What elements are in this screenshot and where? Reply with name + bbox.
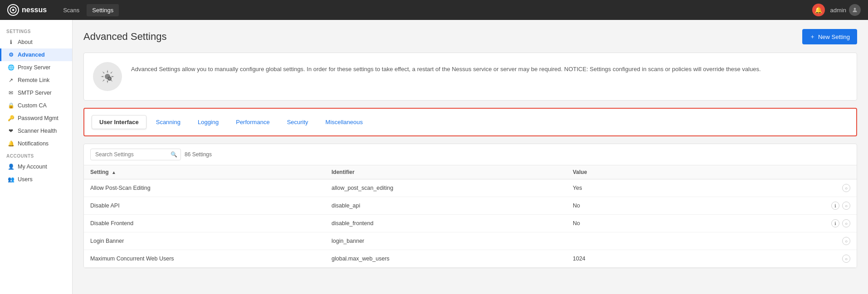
edit-icon[interactable]: ○ xyxy=(842,237,850,245)
row-actions: ℹ ○ xyxy=(814,202,850,210)
info-description: Advanced Settings allow you to manually … xyxy=(131,62,761,74)
logo-icon xyxy=(7,4,19,16)
setting-value: 1024 xyxy=(573,255,814,262)
nav-scans[interactable]: Scans xyxy=(58,4,85,16)
sidebar-item-scanner-health[interactable]: ❤ Scanner Health xyxy=(0,125,72,137)
key-icon: 🔑 xyxy=(8,115,14,121)
globe-icon: 🌐 xyxy=(8,64,14,71)
top-navigation: nessus Scans Settings 🔔 admin xyxy=(0,0,868,20)
table-row: Disable Frontend disable_frontend No ℹ ○ xyxy=(84,215,857,232)
main-layout: SETTINGS ℹ About ⚙ Advanced 🌐 Proxy Serv… xyxy=(0,20,868,294)
table-row: Maximum Concurrent Web Users global.max_… xyxy=(84,250,857,268)
tab-security[interactable]: Security xyxy=(279,115,316,129)
tab-performance[interactable]: Performance xyxy=(228,115,277,129)
sidebar-password-label: Password Mgmt xyxy=(18,115,59,121)
search-icon: 🔍 xyxy=(171,151,177,158)
logo-text: nessus xyxy=(22,6,47,14)
main-content: Advanced Settings ＋ New Setting Advanced… xyxy=(73,20,868,294)
setting-name: Disable API xyxy=(90,202,332,209)
users-icon: 👥 xyxy=(8,176,14,183)
edit-icon[interactable]: ○ xyxy=(842,219,850,227)
col-header-setting: Setting ▲ xyxy=(90,169,332,175)
setting-identifier: login_banner xyxy=(332,238,573,244)
info-icon: ℹ xyxy=(8,39,14,45)
setting-name: Allow Post-Scan Editing xyxy=(90,185,332,191)
sidebar-smtp-label: SMTP Server xyxy=(18,90,52,96)
row-actions: ○ xyxy=(814,237,850,245)
tab-scanning[interactable]: Scanning xyxy=(148,115,188,129)
sidebar-notifications-label: Notifications xyxy=(18,140,49,147)
edit-icon[interactable]: ○ xyxy=(842,184,850,192)
col-header-identifier: Identifier xyxy=(332,169,573,175)
table-row: Allow Post-Scan Editing allow_post_scan_… xyxy=(84,179,857,197)
sidebar-custom-ca-label: Custom CA xyxy=(18,102,47,109)
sidebar-item-custom-ca[interactable]: 🔒 Custom CA xyxy=(0,99,72,112)
setting-identifier: disable_frontend xyxy=(332,220,573,227)
sidebar-item-proxy-server[interactable]: 🌐 Proxy Server xyxy=(0,61,72,74)
setting-value: No xyxy=(573,202,814,209)
setting-value: Yes xyxy=(573,185,814,191)
tab-miscellaneous[interactable]: Miscellaneous xyxy=(318,115,371,129)
lock-icon: 🔒 xyxy=(8,102,14,109)
sidebar-item-smtp-server[interactable]: ✉ SMTP Server xyxy=(0,87,72,99)
settings-gear-icon xyxy=(93,62,122,91)
setting-identifier: disable_api xyxy=(332,202,573,209)
heart-icon: ❤ xyxy=(8,128,14,134)
sidebar: SETTINGS ℹ About ⚙ Advanced 🌐 Proxy Serv… xyxy=(0,20,73,294)
sidebar-item-about[interactable]: ℹ About xyxy=(0,36,72,48)
setting-identifier: global.max_web_users xyxy=(332,255,573,262)
col-header-actions xyxy=(814,169,850,175)
row-actions: ℹ ○ xyxy=(814,219,850,227)
setting-name: Disable Frontend xyxy=(90,220,332,227)
sidebar-item-password-mgmt[interactable]: 🔑 Password Mgmt xyxy=(0,112,72,125)
table-header: Setting ▲ Identifier Value xyxy=(84,165,857,179)
topnav-links: Scans Settings xyxy=(58,4,801,16)
sort-icon: ▲ xyxy=(112,170,116,175)
email-icon: ✉ xyxy=(8,90,14,96)
gear-icon: ⚙ xyxy=(8,52,14,58)
admin-menu[interactable]: admin xyxy=(830,4,861,16)
sidebar-scanner-label: Scanner Health xyxy=(18,128,57,134)
admin-label: admin xyxy=(830,7,846,14)
settings-table: 🔍 86 Settings Setting ▲ Identifier Value… xyxy=(83,144,857,268)
setting-name: Login Banner xyxy=(90,238,332,244)
row-actions: ○ xyxy=(814,184,850,192)
edit-icon[interactable]: ○ xyxy=(842,255,850,263)
search-input[interactable] xyxy=(90,149,181,160)
setting-value: No xyxy=(573,220,814,227)
new-setting-button[interactable]: ＋ New Setting xyxy=(802,29,857,44)
notification-bell[interactable]: 🔔 xyxy=(812,4,825,16)
link-icon: ↗ xyxy=(8,77,14,83)
info-box: Advanced Settings allow you to manually … xyxy=(83,53,857,101)
table-row: Login Banner login_banner ○ xyxy=(84,232,857,250)
info-icon[interactable]: ℹ xyxy=(831,202,839,210)
sidebar-item-users[interactable]: 👥 Users xyxy=(0,173,72,186)
sidebar-item-my-account[interactable]: 👤 My Account xyxy=(0,160,72,173)
settings-count: 86 Settings xyxy=(185,151,212,158)
tab-logging[interactable]: Logging xyxy=(190,115,226,129)
page-title: Advanced Settings xyxy=(83,31,166,43)
nav-settings[interactable]: Settings xyxy=(87,4,119,16)
sidebar-proxy-label: Proxy Server xyxy=(18,64,50,71)
tabs-section: User Interface Scanning Logging Performa… xyxy=(83,108,857,136)
edit-icon[interactable]: ○ xyxy=(842,202,850,210)
setting-identifier: allow_post_scan_editing xyxy=(332,185,573,191)
info-icon[interactable]: ℹ xyxy=(831,219,839,227)
sidebar-users-label: Users xyxy=(18,176,33,183)
app-logo[interactable]: nessus xyxy=(7,4,47,16)
row-actions: ○ xyxy=(814,255,850,263)
page-header: Advanced Settings ＋ New Setting xyxy=(83,29,857,44)
topnav-right-area: 🔔 admin xyxy=(812,4,861,16)
sidebar-item-advanced[interactable]: ⚙ Advanced xyxy=(0,48,72,61)
svg-point-4 xyxy=(108,77,111,80)
search-bar-row: 🔍 86 Settings xyxy=(84,144,857,165)
col-header-value: Value xyxy=(573,169,814,175)
accounts-section-label: ACCOUNTS xyxy=(0,150,72,160)
sidebar-item-remote-link[interactable]: ↗ Remote Link xyxy=(0,74,72,87)
sidebar-remote-label: Remote Link xyxy=(18,77,49,83)
sidebar-advanced-label: Advanced xyxy=(18,52,45,58)
table-row: Disable API disable_api No ℹ ○ xyxy=(84,197,857,215)
sidebar-item-notifications[interactable]: 🔔 Notifications xyxy=(0,137,72,150)
settings-section-label: SETTINGS xyxy=(0,25,72,36)
tab-user-interface[interactable]: User Interface xyxy=(92,115,146,129)
